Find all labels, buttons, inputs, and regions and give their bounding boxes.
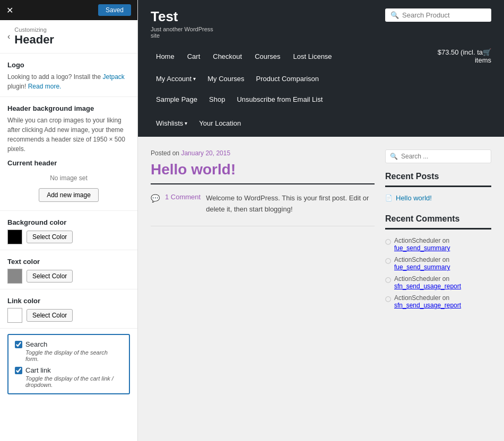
nav-home[interactable]: Home [151, 48, 180, 65]
post-title: Hello world! [151, 161, 375, 178]
link-select-color-button[interactable]: Select Color [27, 309, 73, 322]
search-checkbox[interactable] [15, 341, 22, 348]
no-image-text: No image set [7, 170, 130, 185]
recent-posts-list: 📄 Hello world! [385, 192, 491, 204]
post-meta: Posted on January 20, 2015 [151, 149, 375, 157]
header-bg-section: Header background image While you can cr… [0, 97, 137, 211]
document-icon: 📄 [385, 195, 393, 201]
fourth-nav: Wishlists ▾ Your Location [151, 113, 491, 137]
search-toggle-desc: Toggle the display of the search form. [25, 349, 123, 362]
nav-your-location[interactable]: Your Location [194, 115, 246, 131]
recent-posts-title: Recent Posts [385, 172, 491, 181]
content-area: Posted on January 20, 2015 Hello world! … [151, 149, 375, 311]
list-item: ◯ ActionScheduler on sfn_send_usage_repo… [385, 292, 491, 311]
nav-wishlists[interactable]: Wishlists ▾ [151, 115, 193, 131]
post-comment-row: 💬 1 Comment Welcome to WordPress. This i… [151, 193, 375, 215]
nav-lost-license[interactable]: Lost License [288, 48, 337, 65]
background-color-row: Select Color [7, 230, 130, 244]
toggle-section: Search Toggle the display of the search … [7, 334, 130, 394]
recent-posts-divider [385, 186, 491, 187]
post-date-link[interactable]: January 20, 2015 [181, 149, 230, 157]
breadcrumb-text: Customizing Header [14, 27, 54, 47]
nav-my-account[interactable]: My Account ▾ [151, 70, 201, 87]
preview-panel: Test Just another WordPress site 🔍 Home … [138, 0, 504, 441]
sidebar-search-input[interactable] [401, 153, 465, 160]
nav-shop[interactable]: Shop [204, 91, 230, 108]
customizer-topbar: ✕ Saved [0, 0, 137, 20]
header-bg-description: While you can crop images to your liking… [7, 116, 130, 154]
close-button[interactable]: ✕ [6, 5, 13, 15]
text-select-color-button[interactable]: Select Color [27, 270, 73, 283]
comment-bullet-icon: ◯ [385, 239, 391, 244]
list-item: ◯ ActionScheduler on fue_send_summary [385, 235, 491, 254]
comment-text: ActionScheduler on fue_send_summary [394, 256, 491, 271]
main-content: Posted on January 20, 2015 Hello world! … [138, 137, 504, 324]
read-more-link[interactable]: Read more. [28, 83, 62, 90]
comment-bullet-icon: ◯ [385, 258, 391, 263]
background-color-section: Background color Select Color [0, 211, 137, 250]
link-color-section: Link color Select Color [0, 289, 137, 329]
post-excerpt: Welcome to WordPress. This is your first… [206, 193, 375, 215]
nav-cart[interactable]: Cart [182, 48, 206, 65]
text-color-label: Text color [7, 258, 130, 266]
comment-bullet-icon: ◯ [385, 277, 391, 283]
post-divider [151, 183, 375, 184]
current-header-label: Current header [7, 159, 130, 167]
comment-text: ActionScheduler on sfn_send_usage_report [394, 294, 491, 309]
sidebar-area: 🔍 Recent Posts 📄 Hello world! Recent Com… [385, 149, 491, 311]
header-search-box[interactable]: 🔍 [385, 8, 491, 22]
background-color-swatch[interactable] [7, 230, 22, 244]
cart-checkbox[interactable] [15, 367, 22, 374]
nav-checkout[interactable]: Checkout [207, 48, 247, 65]
comment-text: ActionScheduler on fue_send_summary [394, 237, 491, 252]
nav-courses[interactable]: Courses [249, 48, 285, 65]
link-color-swatch[interactable] [7, 308, 22, 323]
back-button[interactable]: ‹ [7, 32, 10, 41]
search-toggle-label[interactable]: Search [15, 340, 123, 348]
nav-my-courses[interactable]: My Courses [202, 70, 249, 87]
chevron-down-icon: ▾ [193, 76, 196, 82]
add-new-image-button[interactable]: Add new image [39, 188, 99, 202]
comment-count-link[interactable]: 1 Comment [165, 193, 201, 201]
header-bg-title: Header background image [7, 104, 130, 112]
recent-comments-list: ◯ ActionScheduler on fue_send_summary ◯ … [385, 235, 491, 311]
text-color-swatch[interactable] [7, 269, 22, 284]
logo-description: Looking to add a logo? Install the Jetpa… [7, 72, 130, 91]
cart-toggle-label[interactable]: Cart link [15, 366, 123, 374]
saved-button[interactable]: Saved [98, 4, 131, 16]
main-nav: Home Cart Checkout Courses Lost License [151, 44, 337, 65]
search-toggle-item: Search Toggle the display of the search … [15, 340, 123, 362]
third-nav: Sample Page Shop Unsubscribe from Email … [151, 89, 491, 113]
recent-comments-divider [385, 228, 491, 230]
link-color-row: Select Color [7, 308, 130, 323]
nav-sample-page[interactable]: Sample Page [151, 91, 203, 108]
sidebar-search-box[interactable]: 🔍 [385, 149, 491, 163]
sidebar-search-icon: 🔍 [390, 153, 398, 160]
recent-post-link[interactable]: Hello world! [396, 194, 432, 202]
text-color-section: Text color Select Color [0, 250, 137, 289]
comment-text: ActionScheduler on sfn_send_usage_report [394, 275, 491, 290]
breadcrumb-title: Header [14, 33, 54, 47]
list-item: 📄 Hello world! [385, 192, 491, 204]
jetpack-link[interactable]: Jetpack [102, 73, 124, 81]
post-divider-bottom [151, 226, 375, 226]
comment-icon: 💬 [151, 194, 160, 202]
breadcrumb-sub: Customizing [14, 27, 54, 33]
cart-total: $73.50 (incl. ta🛒 [438, 48, 491, 56]
header-search-input[interactable] [402, 11, 482, 19]
customizer-panel: ✕ Saved ‹ Customizing Header Logo Lookin… [0, 0, 138, 441]
logo-section: Logo Looking to add a logo? Install the … [0, 54, 137, 97]
recent-comments-title: Recent Comments [385, 214, 491, 224]
cart-items: items [438, 56, 491, 64]
logo-title: Logo [7, 61, 130, 69]
cart-toggle-item: Cart link Toggle the display of the cart… [15, 366, 123, 388]
site-title: Test [151, 8, 213, 25]
nav-product-comparison[interactable]: Product Comparison [251, 70, 325, 87]
cart-toggle-text: Cart link [25, 366, 51, 374]
cart-info: $73.50 (incl. ta🛒 items [438, 44, 491, 68]
cart-toggle-desc: Toggle the display of the cart link / dr… [25, 375, 123, 388]
nav-unsubscribe[interactable]: Unsubscribe from Email List [231, 91, 328, 108]
link-color-label: Link color [7, 297, 130, 305]
background-select-color-button[interactable]: Select Color [27, 231, 73, 243]
header-top: Test Just another WordPress site 🔍 [151, 8, 491, 39]
